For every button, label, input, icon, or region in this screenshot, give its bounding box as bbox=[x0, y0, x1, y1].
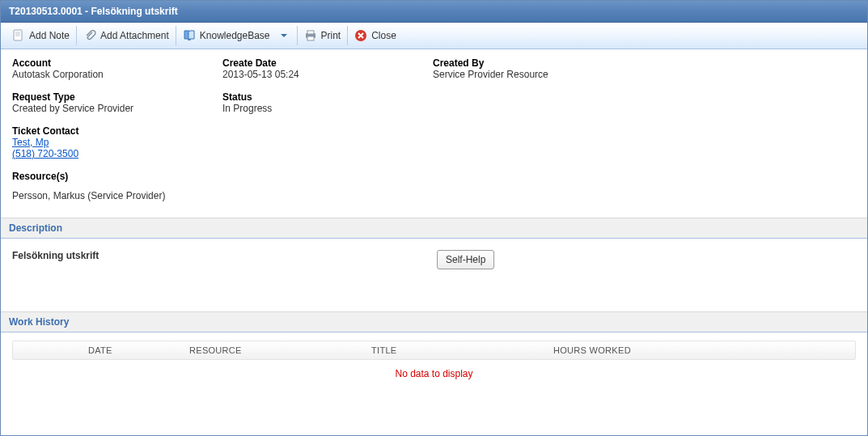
table-header-title[interactable]: TITLE bbox=[365, 341, 547, 359]
account-value: Autotask Corporation bbox=[12, 69, 222, 80]
close-icon bbox=[354, 29, 367, 42]
description-body: Felsökning utskrift Self-Help bbox=[1, 239, 867, 311]
ticket-contact-name-link[interactable]: Test, Mp bbox=[12, 137, 49, 148]
table-header-hours[interactable]: HOURS WORKED bbox=[547, 341, 692, 359]
description-section-header: Description bbox=[1, 218, 867, 239]
add-attachment-label: Add Attachment bbox=[100, 30, 169, 41]
printer-icon bbox=[304, 29, 317, 42]
account-field: Account Autotask Corporation bbox=[12, 57, 222, 80]
work-history-table: DATE RESOURCE TITLE HOURS WORKED No data… bbox=[1, 332, 867, 387]
resources-value: Persson, Markus (Service Provider) bbox=[12, 190, 222, 201]
window-title: T20130513.0001 - Felsökning utskrift bbox=[1, 1, 867, 23]
status-field: Status In Progress bbox=[222, 91, 433, 114]
account-label: Account bbox=[12, 57, 222, 69]
no-data-message: No data to display bbox=[12, 360, 856, 387]
table-header-resource[interactable]: RESOURCE bbox=[183, 341, 365, 359]
close-button[interactable]: Close bbox=[348, 26, 403, 45]
status-value: In Progress bbox=[222, 103, 433, 114]
paperclip-icon bbox=[83, 29, 96, 42]
description-text: Felsökning utskrift bbox=[12, 250, 437, 261]
knowledgebase-label: KnowledgeBase bbox=[200, 30, 270, 41]
create-date-label: Create Date bbox=[222, 57, 433, 69]
print-label: Print bbox=[321, 30, 341, 41]
table-header-spacer bbox=[13, 341, 82, 359]
created-by-value: Service Provider Resource bbox=[433, 69, 856, 80]
close-label: Close bbox=[371, 30, 396, 41]
add-note-label: Add Note bbox=[29, 30, 70, 41]
work-history-section-header: Work History bbox=[1, 311, 867, 332]
svg-rect-5 bbox=[307, 31, 314, 34]
request-type-field: Request Type Created by Service Provider bbox=[12, 91, 222, 114]
print-button[interactable]: Print bbox=[298, 26, 349, 45]
request-type-label: Request Type bbox=[12, 91, 222, 103]
request-type-value: Created by Service Provider bbox=[12, 103, 222, 114]
ticket-contact-label: Ticket Contact bbox=[12, 125, 222, 137]
add-note-button[interactable]: Add Note bbox=[6, 26, 77, 45]
self-help-button[interactable]: Self-Help bbox=[437, 250, 494, 269]
create-date-field: Create Date 2013-05-13 05:24 bbox=[222, 57, 433, 80]
resources-field: Resource(s) Persson, Markus (Service Pro… bbox=[12, 171, 222, 201]
resources-label: Resource(s) bbox=[12, 171, 222, 182]
ticket-contact-field: Ticket Contact Test, Mp (518) 720-3500 bbox=[12, 125, 222, 159]
status-label: Status bbox=[222, 91, 433, 103]
created-by-field: Created By Service Provider Resource bbox=[433, 57, 856, 80]
svg-rect-6 bbox=[307, 36, 314, 40]
toolbar: Add Note Add Attachment KnowledgeBase Pr… bbox=[1, 23, 867, 49]
note-icon bbox=[12, 29, 25, 42]
book-icon bbox=[183, 29, 196, 42]
ticket-contact-phone-link[interactable]: (518) 720-3500 bbox=[12, 148, 78, 159]
knowledgebase-button[interactable]: KnowledgeBase bbox=[176, 26, 298, 45]
chevron-down-icon bbox=[277, 29, 290, 42]
table-header-date[interactable]: DATE bbox=[82, 341, 183, 359]
created-by-label: Created By bbox=[433, 57, 856, 69]
work-history-header-row: DATE RESOURCE TITLE HOURS WORKED bbox=[12, 341, 856, 360]
details-panel: Account Autotask Corporation Request Typ… bbox=[1, 49, 867, 218]
add-attachment-button[interactable]: Add Attachment bbox=[77, 26, 176, 45]
create-date-value: 2013-05-13 05:24 bbox=[222, 69, 433, 80]
